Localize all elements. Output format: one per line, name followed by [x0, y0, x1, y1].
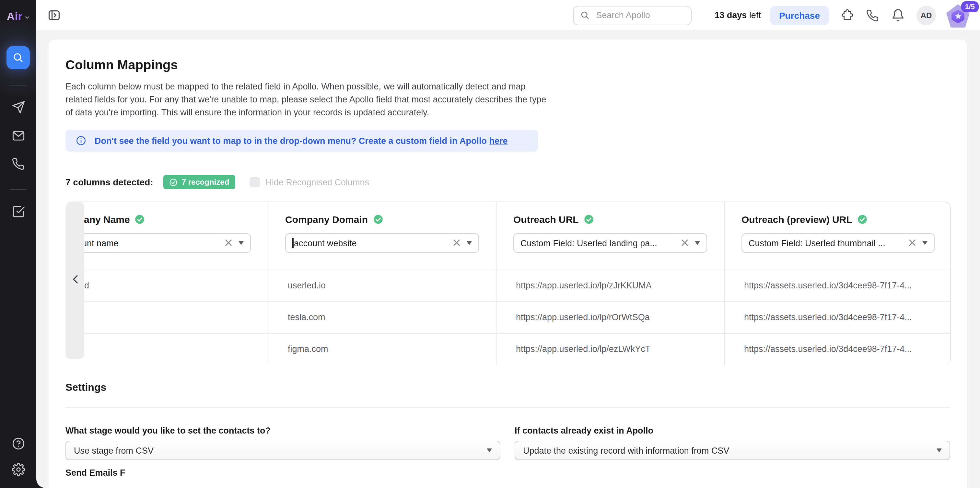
sidebar: Air	[0, 0, 36, 488]
columns-detected-label: 7 columns detected:	[65, 177, 153, 187]
import-card: Column Mappings Each column below must b…	[49, 40, 967, 488]
cell-company-domain: figma.com	[268, 333, 496, 365]
settings-title: Settings	[65, 382, 950, 393]
column-header-company-domain: Company Domain account website	[268, 202, 496, 270]
detected-row: 7 columns detected: 7 recognized Hide Re…	[65, 175, 950, 189]
app-window: Air	[0, 0, 980, 488]
page-title: Column Mappings	[65, 58, 950, 73]
mapping-table: Company Name account name Company Domain	[65, 202, 951, 365]
trial-countdown: 13 days left	[714, 10, 761, 20]
existing-contacts-field-group: If contacts already exist in Apollo Upda…	[515, 426, 950, 460]
chevron-down-icon	[24, 14, 30, 20]
clear-mapping-icon[interactable]	[909, 237, 916, 249]
recognized-badge: 7 recognized	[164, 175, 235, 189]
cell-company-name: Figma	[65, 333, 268, 365]
recognized-check-icon	[373, 215, 383, 224]
mapping-select-company-domain[interactable]: account website	[285, 233, 479, 253]
star-icon	[954, 12, 962, 21]
dialer-button[interactable]	[865, 8, 880, 22]
notifications-button[interactable]	[891, 8, 905, 22]
integrations-button[interactable]	[840, 8, 854, 22]
phone-icon	[12, 157, 25, 170]
scroll-left-button[interactable]	[71, 274, 80, 285]
mapping-table-viewport: Company Name account name Company Domain	[65, 202, 951, 365]
check-circle-icon	[170, 178, 178, 186]
page-description: Each column below must be mapped to the …	[65, 80, 546, 119]
cell-company-name: Tesla	[65, 301, 268, 333]
sidebar-nav	[0, 32, 36, 488]
mapping-select-outreach-url[interactable]: Custom Field: Userled landing pa...	[513, 233, 707, 253]
settings-form: What stage would you like to set the con…	[65, 426, 950, 460]
text-caret	[292, 238, 293, 248]
gear-icon	[11, 463, 25, 476]
sidebar-bottom	[11, 424, 25, 488]
global-search[interactable]	[573, 5, 691, 25]
gamification-widget[interactable]: 1/5	[946, 2, 971, 28]
chevron-down-icon[interactable]	[239, 241, 244, 245]
chevron-down-icon	[487, 448, 492, 452]
cell-company-domain: tesla.com	[268, 301, 496, 333]
check-square-icon	[11, 205, 25, 218]
send-emails-label-partial: Send Emails F	[65, 468, 950, 478]
column-header-outreach-preview-url: Outreach (preview) URL Custom Field: Use…	[724, 202, 951, 270]
stage-select-value: Use stage from CSV	[74, 445, 482, 455]
cell-outreach-preview-url: https://assets.userled.io/3d4cee98-7f17-…	[724, 301, 951, 333]
clear-mapping-icon[interactable]	[453, 237, 460, 249]
mapping-select-value: Custom Field: Userled landing pa...	[520, 238, 676, 248]
stage-field-label: What stage would you like to set the con…	[65, 426, 500, 436]
bell-icon	[891, 8, 905, 22]
chevron-down-icon[interactable]	[922, 241, 928, 245]
info-icon	[76, 135, 86, 146]
sidebar-divider	[10, 189, 27, 190]
hide-recognised-label: Hide Recognised Columns	[266, 177, 369, 187]
sidebar-item-tasks[interactable]	[11, 204, 25, 218]
avatar[interactable]: AD	[916, 5, 936, 25]
column-header-company-name: Company Name account name	[65, 202, 268, 270]
chevron-down-icon[interactable]	[467, 241, 472, 245]
existing-contacts-select[interactable]: Update the existing record with informat…	[515, 441, 950, 460]
search-input[interactable]	[595, 10, 684, 21]
panel-expand-icon[interactable]	[47, 8, 61, 22]
clear-mapping-icon[interactable]	[681, 237, 688, 249]
logo-text: Air	[7, 10, 22, 23]
settings-divider	[65, 407, 950, 408]
trial-days: 13 days	[714, 10, 747, 20]
clear-mapping-icon[interactable]	[225, 237, 232, 249]
mapping-select-company-name[interactable]: account name	[65, 233, 251, 253]
column-title: Outreach URL	[513, 214, 579, 225]
cell-outreach-url: https://app.userled.io/lp/ezLWkYcT	[496, 333, 724, 365]
stage-select[interactable]: Use stage from CSV	[65, 441, 500, 460]
hide-recognised-checkbox[interactable]	[249, 177, 259, 187]
mapping-select-value: Custom Field: Userled thumbnail ...	[749, 238, 904, 248]
cell-company-domain: userled.io	[268, 270, 496, 301]
mapping-select-value: account name	[65, 238, 220, 248]
logo[interactable]: Air	[0, 1, 36, 32]
recognized-check-icon	[135, 215, 145, 224]
banner-link-here[interactable]: here	[489, 136, 508, 146]
chevron-down-icon[interactable]	[695, 241, 700, 245]
sidebar-item-engage[interactable]	[11, 100, 25, 114]
sidebar-item-settings[interactable]	[11, 462, 25, 476]
sidebar-item-help[interactable]	[11, 436, 25, 450]
banner-message: Don't see the field you want to map to i…	[95, 136, 487, 146]
phone-icon	[866, 9, 879, 22]
sidebar-divider	[10, 85, 27, 86]
existing-contacts-select-value: Update the existing record with informat…	[523, 445, 931, 455]
recognized-badge-label: 7 recognized	[182, 178, 229, 187]
topbar: 13 days left Purchase AD 1/5	[36, 0, 980, 31]
cell-company-name: Userled	[65, 270, 268, 301]
existing-contacts-label: If contacts already exist in Apollo	[515, 426, 950, 436]
search-icon	[580, 10, 590, 20]
chevron-down-icon	[937, 448, 942, 452]
mail-icon	[11, 129, 25, 142]
puzzle-icon	[840, 8, 854, 22]
sidebar-item-emails[interactable]	[11, 128, 25, 143]
sidebar-item-search[interactable]	[6, 46, 30, 69]
sidebar-item-calls[interactable]	[11, 157, 25, 171]
purchase-button[interactable]: Purchase	[770, 5, 829, 25]
banner-text: Don't see the field you want to map to i…	[95, 136, 508, 146]
trial-rest: left	[749, 10, 761, 20]
mapping-select-outreach-preview-url[interactable]: Custom Field: Userled thumbnail ...	[741, 233, 935, 253]
scroll-left-rail[interactable]	[65, 202, 84, 359]
mapping-select-value: account website	[294, 238, 448, 248]
